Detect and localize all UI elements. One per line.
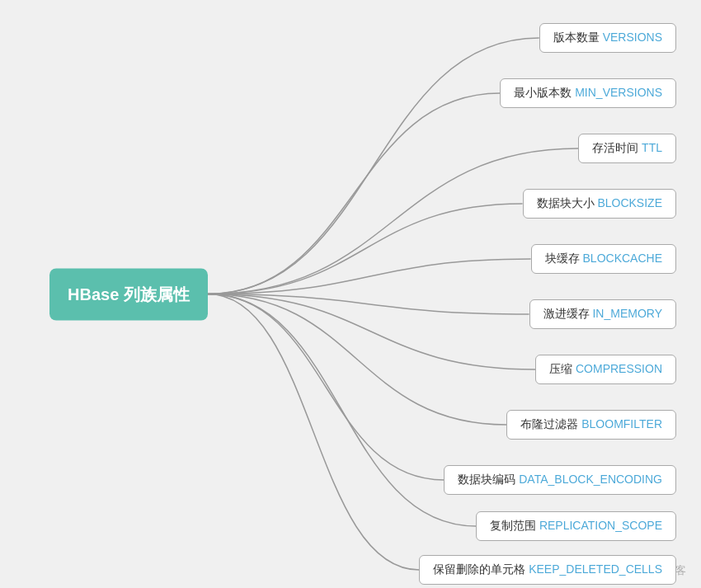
branch-node-ttl: 存活时间 TTL [578,134,676,163]
center-node: HBase 列族属性 [49,268,208,320]
branch-cn-blocksize: 数据块大小 [537,196,598,209]
center-label: HBase 列族属性 [68,285,190,303]
branch-cn-ttl: 存活时间 [592,141,642,154]
branch-node-min_versions: 最小版本数 MIN_VERSIONS [500,78,676,108]
branch-node-in_memory: 激进缓存 IN_MEMORY [529,299,676,329]
branch-en-min_versions: MIN_VERSIONS [575,86,662,99]
branch-cn-in_memory: 激进缓存 [543,307,593,320]
branch-en-blockcache: BLOCKCACHE [583,252,662,265]
branch-cn-versions: 版本数量 [553,31,603,44]
branch-en-in_memory: IN_MEMORY [592,307,662,320]
branch-en-bloomfilter: BLOOMFILTER [581,417,662,430]
branch-en-blocksize: BLOCKSIZE [597,196,662,209]
branch-node-keep_deleted: 保留删除的单元格 KEEP_DELETED_CELLS [419,555,676,585]
branch-en-data_block_enc: DATA_BLOCK_ENCODING [519,473,662,486]
branch-node-blocksize: 数据块大小 BLOCKSIZE [523,189,676,219]
branch-en-ttl: TTL [642,141,662,154]
branch-node-compression: 压缩 COMPRESSION [535,355,676,384]
branch-cn-replication_scope: 复制范围 [490,519,539,532]
branch-node-versions: 版本数量 VERSIONS [539,23,676,53]
branch-node-replication_scope: 复制范围 REPLICATION_SCOPE [476,511,676,541]
branch-node-data_block_enc: 数据块编码 DATA_BLOCK_ENCODING [444,465,676,495]
branch-en-replication_scope: REPLICATION_SCOPE [539,519,662,532]
branch-cn-data_block_enc: 数据块编码 [458,473,519,486]
branch-cn-bloomfilter: 布隆过滤器 [520,417,581,430]
branch-cn-blockcache: 块缓存 [545,252,583,265]
branch-cn-keep_deleted: 保留删除的单元格 [433,562,529,576]
branch-cn-min_versions: 最小版本数 [514,86,575,99]
branch-node-blockcache: 块缓存 BLOCKCACHE [531,244,676,274]
branch-cn-compression: 压缩 [549,362,576,375]
branch-en-versions: VERSIONS [603,31,662,44]
branch-node-bloomfilter: 布隆过滤器 BLOOMFILTER [506,410,676,440]
branch-en-keep_deleted: KEEP_DELETED_CELLS [529,562,662,576]
branch-en-compression: COMPRESSION [576,362,662,375]
